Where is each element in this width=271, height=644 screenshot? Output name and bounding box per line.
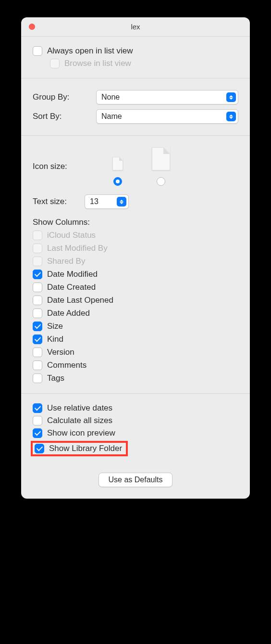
section-sort: Group By: None Sort By: Name (21, 78, 250, 136)
icon-size-large-col (139, 147, 183, 186)
show-library-label: Show Library Folder (49, 444, 122, 453)
show-library-row: Show Library Folder (33, 441, 238, 456)
browse-checkbox (50, 59, 60, 68)
icon-size-label: Icon size: (33, 162, 96, 171)
date-last-opened-checkbox[interactable] (33, 296, 42, 305)
columns-list: iCloud Status Last Modified By Shared By… (33, 231, 238, 383)
date-created-checkbox[interactable] (33, 283, 42, 292)
browse-row: Browse in list view (50, 59, 238, 68)
kind-checkbox[interactable] (33, 335, 42, 344)
icon-preview-checkbox[interactable] (33, 428, 42, 438)
text-size-label: Text size: (33, 197, 85, 206)
icon-size-small-col (96, 157, 139, 186)
browse-label: Browse in list view (64, 59, 131, 68)
kind-label: Kind (47, 335, 63, 344)
titlebar: lex (21, 17, 250, 37)
sort-by-select[interactable]: Name (96, 109, 238, 124)
sort-by-value: Name (101, 112, 122, 121)
show-columns-heading: Show Columns: (33, 218, 238, 227)
file-icon-large (152, 147, 170, 170)
relative-dates-checkbox[interactable] (33, 403, 42, 413)
size-label: Size (47, 322, 63, 331)
updown-icon (226, 112, 236, 121)
section-columns: Icon size: Text size: 13 Show Columns: i… (21, 136, 250, 394)
text-size-row: Text size: 13 (33, 194, 238, 209)
version-label: Version (47, 348, 74, 357)
text-size-select[interactable]: 13 (85, 194, 129, 209)
section-options: Use relative dates Calculate all sizes S… (21, 394, 250, 466)
calc-sizes-label: Calculate all sizes (47, 416, 112, 425)
shared-by-checkbox (33, 257, 42, 266)
last-modified-by-checkbox (33, 244, 42, 253)
always-open-row: Always open in list view (33, 46, 238, 56)
date-modified-label: Date Modified (47, 270, 98, 279)
updown-icon (226, 92, 236, 102)
use-as-defaults-button[interactable]: Use as Defaults (99, 473, 173, 487)
sort-by-label: Sort By: (33, 112, 96, 121)
last-modified-by-label: Last Modified By (47, 244, 108, 253)
always-open-label: Always open in list view (47, 46, 133, 56)
view-options-window: lex Always open in list view Browse in l… (21, 17, 250, 499)
date-created-label: Date Created (47, 283, 96, 292)
icon-preview-label: Show icon preview (47, 428, 115, 438)
sort-by-row: Sort By: Name (33, 109, 238, 124)
icon-size-large-radio[interactable] (157, 177, 165, 186)
version-checkbox[interactable] (33, 348, 42, 357)
updown-icon (117, 197, 126, 206)
relative-dates-label: Use relative dates (47, 403, 112, 413)
button-row: Use as Defaults (21, 466, 250, 499)
show-library-checkbox[interactable] (35, 444, 44, 453)
calc-sizes-checkbox[interactable] (33, 416, 42, 425)
tags-label: Tags (47, 374, 64, 383)
group-by-select[interactable]: None (96, 90, 238, 104)
window-title: lex (21, 23, 250, 31)
comments-checkbox[interactable] (33, 361, 42, 370)
comments-label: Comments (47, 361, 86, 370)
tags-checkbox[interactable] (33, 374, 42, 383)
text-size-value: 13 (90, 197, 99, 206)
date-modified-checkbox[interactable] (33, 270, 42, 279)
date-last-opened-label: Date Last Opened (47, 296, 113, 305)
date-added-label: Date Added (47, 309, 90, 318)
section-top: Always open in list view Browse in list … (21, 37, 250, 78)
group-by-label: Group By: (33, 92, 96, 102)
highlight-annotation: Show Library Folder (31, 441, 128, 456)
icon-size-row: Icon size: (33, 147, 238, 186)
always-open-checkbox[interactable] (33, 46, 42, 56)
file-icon-small (112, 157, 123, 170)
icloud-status-checkbox (33, 231, 42, 240)
date-added-checkbox[interactable] (33, 309, 42, 318)
shared-by-label: Shared By (47, 257, 85, 266)
group-by-row: Group By: None (33, 90, 238, 104)
icon-size-small-radio[interactable] (113, 177, 122, 186)
size-checkbox[interactable] (33, 322, 42, 331)
icloud-status-label: iCloud Status (47, 231, 96, 240)
group-by-value: None (101, 93, 120, 102)
